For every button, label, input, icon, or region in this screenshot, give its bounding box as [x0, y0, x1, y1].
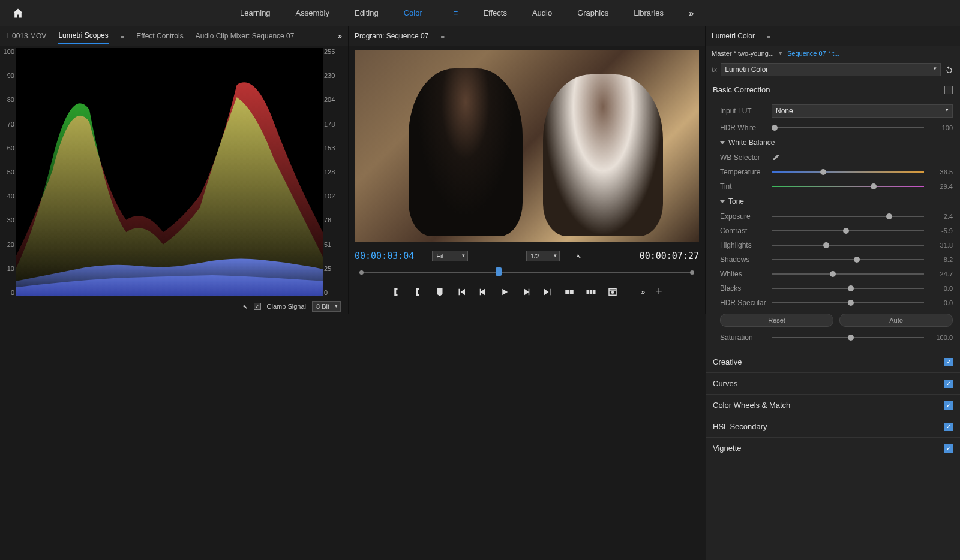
mark-in-icon[interactable]	[391, 287, 402, 297]
ws-assembly[interactable]: Assembly	[296, 8, 329, 17]
ws-graphics[interactable]: Graphics	[577, 8, 608, 17]
section-color-wheels[interactable]: Color Wheels & Match✓	[706, 395, 960, 416]
program-fit-dropdown[interactable]: Fit	[432, 251, 468, 261]
lumetri-reset-icon[interactable]	[944, 65, 954, 74]
workspace-tabs: Learning Assembly Editing Color ≡ Effect…	[240, 8, 694, 18]
section-curves[interactable]: Curves✓	[706, 373, 960, 394]
hdr-specular-slider[interactable]	[772, 299, 924, 307]
lift-icon[interactable]	[564, 287, 575, 297]
go-to-in-icon[interactable]	[456, 287, 467, 297]
exposure-label: Exposure	[720, 212, 767, 221]
tab-audio-mixer[interactable]: Audio Clip Mixer: Sequence 07	[196, 28, 295, 44]
scope-waveform	[16, 48, 323, 296]
section-hsl-secondary[interactable]: HSL Secondary✓	[706, 416, 960, 437]
blacks-slider[interactable]	[772, 284, 924, 293]
blacks-value[interactable]: 0.0	[929, 285, 953, 292]
program-scrubber[interactable]	[355, 266, 699, 278]
svg-rect-3	[590, 290, 593, 294]
tab-mov[interactable]: I_0013.MOV	[6, 28, 46, 44]
lumetri-master-clip[interactable]: Master * two-young...	[712, 50, 774, 57]
home-icon[interactable]	[12, 7, 24, 19]
shadows-value[interactable]: 8.2	[929, 256, 953, 263]
contrast-slider[interactable]	[772, 227, 924, 235]
temperature-slider[interactable]	[772, 168, 924, 176]
curves-toggle[interactable]: ✓	[944, 380, 953, 388]
section-basic-correction[interactable]: Basic Correction	[706, 79, 960, 100]
lumetri-menu-icon[interactable]: ≡	[767, 32, 770, 40]
add-marker-icon[interactable]	[434, 287, 445, 297]
mark-out-icon[interactable]	[413, 287, 424, 297]
ws-effects[interactable]: Effects	[483, 8, 507, 17]
tone-header[interactable]: Tone	[720, 194, 953, 209]
hsl-secondary-toggle[interactable]: ✓	[944, 423, 953, 431]
contrast-value[interactable]: -5.9	[929, 227, 953, 234]
tint-slider[interactable]	[772, 182, 924, 191]
whites-slider[interactable]	[772, 270, 924, 278]
exposure-slider[interactable]	[772, 212, 924, 221]
creative-toggle[interactable]: ✓	[944, 358, 953, 366]
lumetri-effect-dropdown[interactable]: Lumetri Color	[721, 63, 941, 76]
scope-settings-icon[interactable]	[238, 302, 248, 311]
program-settings-icon[interactable]	[572, 251, 581, 261]
temperature-value[interactable]: -36.5	[929, 168, 953, 176]
extract-icon[interactable]	[586, 287, 596, 297]
whites-value[interactable]: -24.7	[929, 270, 953, 278]
highlights-value[interactable]: -31.8	[929, 242, 953, 249]
bitdepth-dropdown[interactable]: 8 Bit	[312, 301, 341, 312]
tab-lumetri-color[interactable]: Lumetri Color	[712, 28, 755, 44]
step-back-icon[interactable]	[478, 287, 488, 297]
go-to-out-icon[interactable]	[542, 287, 553, 297]
tint-value[interactable]: 29.4	[929, 183, 953, 190]
section-vignette[interactable]: Vignette✓	[706, 438, 960, 459]
hdr-white-slider[interactable]	[772, 124, 924, 132]
tab-effect-controls[interactable]: Effect Controls	[136, 28, 183, 44]
scopes-overflow-icon[interactable]: »	[338, 32, 342, 40]
tab-lumetri-scopes[interactable]: Lumetri Scopes	[58, 28, 108, 44]
svg-rect-0	[566, 290, 569, 294]
step-forward-icon[interactable]	[521, 287, 532, 297]
svg-rect-4	[593, 290, 596, 294]
ws-editing[interactable]: Editing	[355, 8, 379, 17]
section-creative[interactable]: Creative✓	[706, 351, 960, 372]
ws-overflow-icon[interactable]: »	[689, 8, 694, 18]
button-editor-add-icon[interactable]: +	[656, 285, 662, 298]
shadows-slider[interactable]	[772, 255, 924, 264]
input-lut-dropdown[interactable]: None	[772, 104, 953, 118]
hdr-specular-value[interactable]: 0.0	[929, 299, 953, 306]
basic-auto-button[interactable]: Auto	[839, 314, 953, 327]
wb-eyedropper-icon[interactable]	[772, 153, 780, 162]
play-icon[interactable]	[499, 287, 510, 297]
lumetri-sequence-clip[interactable]: Sequence 07 * t...	[787, 50, 839, 57]
hdr-white-value[interactable]: 100	[929, 124, 953, 131]
exposure-value[interactable]: 2.4	[929, 213, 953, 220]
svg-rect-2	[587, 290, 590, 294]
svg-point-5	[611, 291, 614, 294]
clamp-signal-checkbox[interactable]: ✓	[254, 303, 261, 310]
transport-overflow-icon[interactable]: »	[641, 288, 645, 296]
svg-rect-1	[570, 290, 574, 294]
saturation-slider[interactable]	[772, 333, 924, 342]
export-frame-icon[interactable]	[607, 287, 618, 297]
program-monitor[interactable]	[355, 50, 699, 242]
white-balance-header[interactable]: White Balance	[720, 135, 953, 150]
saturation-value[interactable]: 100.0	[929, 334, 953, 341]
scope-right-axis: 2552302041781531281027651250	[324, 48, 340, 296]
highlights-slider[interactable]	[772, 241, 924, 249]
program-menu-icon[interactable]: ≡	[440, 32, 444, 40]
ws-audio[interactable]: Audio	[532, 8, 552, 17]
scope-left-axis: 1009080706050403020100	[1, 48, 14, 296]
saturation-label: Saturation	[720, 333, 767, 342]
color-wheels-toggle[interactable]: ✓	[944, 401, 953, 410]
lumetri-scopes-panel: I_0013.MOV Lumetri Scopes ≡ Effect Contr…	[0, 26, 348, 314]
basic-reset-button[interactable]: Reset	[720, 314, 833, 327]
ws-learning[interactable]: Learning	[240, 8, 271, 17]
tab-program[interactable]: Program: Sequence 07	[355, 28, 428, 44]
program-tc-current[interactable]: 00:00:03:04	[355, 251, 414, 261]
program-res-dropdown[interactable]: 1/2	[526, 251, 560, 261]
ws-libraries[interactable]: Libraries	[634, 8, 664, 17]
basic-correction-toggle[interactable]	[944, 86, 953, 94]
ws-color[interactable]: Color	[404, 8, 422, 17]
ws-color-menu-icon[interactable]: ≡	[454, 8, 458, 17]
scopes-menu-icon[interactable]: ≡	[121, 32, 124, 40]
vignette-toggle[interactable]: ✓	[944, 444, 953, 453]
